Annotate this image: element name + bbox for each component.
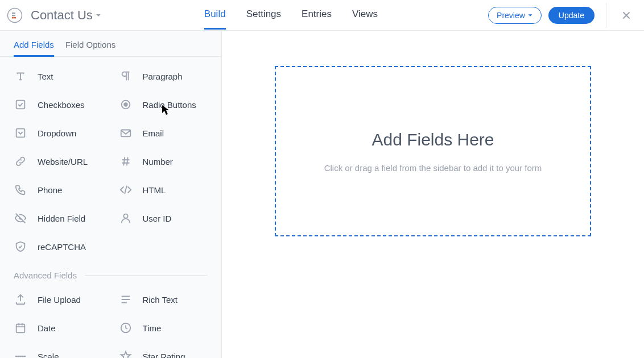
form-title-dropdown[interactable]: Contact Us	[31, 8, 102, 23]
svg-point-10	[123, 214, 127, 218]
field-label: Website/URL	[38, 157, 88, 166]
richtext-icon	[119, 293, 133, 306]
field-paragraph[interactable]: Paragraph	[111, 64, 216, 89]
app-logo	[7, 7, 23, 23]
field-rich-text[interactable]: Rich Text	[111, 287, 216, 312]
field-hidden[interactable]: Hidden Field	[6, 206, 111, 231]
field-file-upload[interactable]: File Upload	[6, 287, 111, 312]
header-tabs: Build Settings Entries Views	[204, 1, 378, 30]
form-canvas: Add Fields Here Click or drag a field fr…	[222, 31, 644, 358]
svg-rect-3	[12, 17, 14, 19]
hash-icon	[119, 155, 133, 168]
svg-rect-8	[16, 129, 25, 138]
tab-views[interactable]: Views	[352, 1, 378, 30]
code-icon	[119, 183, 133, 197]
field-label: Date	[38, 323, 56, 333]
caret-down-icon	[527, 13, 533, 18]
field-text[interactable]: Text	[6, 64, 111, 89]
field-label: Dropdown	[38, 128, 76, 138]
preview-button[interactable]: Preview	[488, 7, 542, 24]
clock-icon	[119, 321, 133, 335]
field-label: Scale	[38, 352, 59, 359]
paragraph-icon	[119, 69, 133, 83]
tab-build[interactable]: Build	[204, 1, 226, 30]
field-label: File Upload	[38, 295, 81, 305]
calendar-icon	[14, 321, 27, 335]
field-label: Checkboxes	[38, 100, 85, 110]
svg-point-7	[124, 103, 127, 106]
advanced-fields-grid: File UploadRich TextDateTimeScaleStar Ra…	[0, 280, 221, 358]
close-button[interactable]	[618, 7, 635, 24]
field-label: reCAPTCHA	[38, 242, 86, 252]
app-header: Contact Us Build Settings Entries Views …	[0, 0, 644, 31]
radio-icon	[119, 98, 133, 111]
field-website[interactable]: Website/URL	[6, 149, 111, 174]
field-time[interactable]: Time	[111, 315, 216, 340]
scale-icon	[14, 349, 27, 358]
advanced-section-label: Advanced Fields	[0, 270, 221, 280]
upload-icon	[14, 293, 27, 306]
field-label: Email	[143, 128, 164, 138]
basic-fields-grid: TextParagraphCheckboxesRadio ButtonsDrop…	[0, 57, 221, 266]
field-label: Text	[38, 72, 53, 81]
field-star-rating[interactable]: Star Rating	[111, 344, 216, 358]
phone-icon	[14, 183, 27, 197]
tab-settings[interactable]: Settings	[246, 1, 281, 30]
sidebar-tab-add-fields[interactable]: Add Fields	[14, 36, 54, 57]
field-label: User ID	[143, 214, 172, 223]
dropdown-icon	[14, 126, 27, 140]
sidebar: Add Fields Field Options TextParagraphCh…	[0, 31, 222, 358]
star-icon	[119, 349, 133, 358]
dropzone-title: Add Fields Here	[371, 130, 494, 149]
field-label: Number	[143, 157, 173, 166]
field-scale[interactable]: Scale	[6, 344, 111, 358]
svg-rect-11	[16, 324, 25, 333]
field-userid[interactable]: User ID	[111, 206, 216, 231]
svg-rect-1	[12, 13, 15, 14]
sidebar-tab-field-options[interactable]: Field Options	[65, 36, 115, 57]
checkbox-icon	[14, 98, 27, 111]
form-title-label: Contact Us	[31, 8, 93, 23]
dropzone-subtitle: Click or drag a field from the sidebar t…	[324, 163, 542, 173]
field-label: Rich Text	[143, 295, 177, 305]
field-html[interactable]: HTML	[111, 177, 216, 202]
main-area: Add Fields Field Options TextParagraphCh…	[0, 31, 644, 358]
eye-off-icon	[14, 211, 27, 225]
user-icon	[119, 211, 133, 225]
field-label: Paragraph	[143, 72, 183, 81]
text-icon	[14, 69, 27, 83]
field-number[interactable]: Number	[111, 149, 216, 174]
svg-rect-2	[12, 15, 15, 16]
sidebar-tabs: Add Fields Field Options	[0, 31, 221, 57]
svg-rect-5	[16, 101, 25, 109]
field-label: Radio Buttons	[143, 100, 196, 110]
field-label: Star Rating	[143, 352, 185, 359]
field-label: Phone	[38, 185, 62, 195]
field-label: Hidden Field	[38, 214, 85, 223]
empty-dropzone[interactable]: Add Fields Here Click or drag a field fr…	[275, 66, 591, 236]
field-recaptcha[interactable]: reCAPTCHA	[6, 234, 111, 259]
link-icon	[14, 155, 27, 168]
header-actions: Preview Update	[488, 3, 635, 28]
caret-down-icon	[95, 12, 102, 19]
email-icon	[119, 126, 133, 140]
field-dropdown[interactable]: Dropdown	[6, 120, 111, 145]
divider	[606, 3, 606, 28]
field-label: Time	[143, 323, 162, 333]
field-date[interactable]: Date	[6, 315, 111, 340]
field-radio[interactable]: Radio Buttons	[111, 92, 216, 117]
field-label: HTML	[143, 185, 166, 195]
tab-entries[interactable]: Entries	[302, 1, 332, 30]
svg-rect-4	[14, 17, 16, 19]
update-button[interactable]: Update	[548, 7, 595, 24]
shield-icon	[14, 240, 27, 253]
field-checkboxes[interactable]: Checkboxes	[6, 92, 111, 117]
field-email[interactable]: Email	[111, 120, 216, 145]
field-phone[interactable]: Phone	[6, 177, 111, 202]
